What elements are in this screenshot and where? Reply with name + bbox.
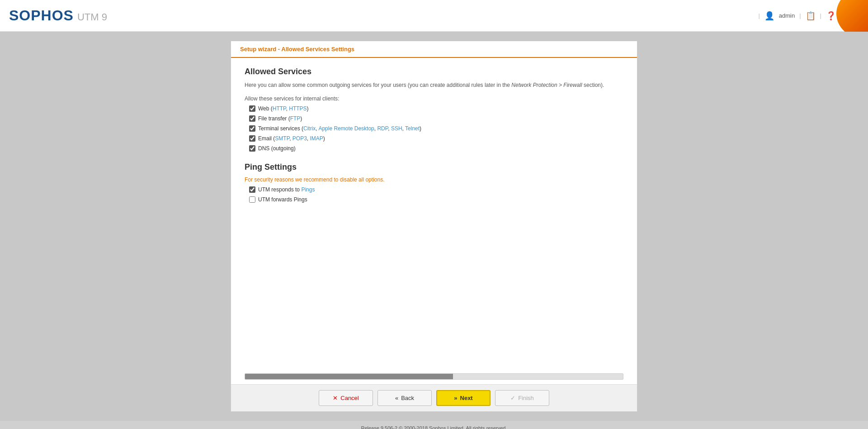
checkbox-web-label: Web (HTTP, HTTPS)	[258, 105, 309, 112]
cancel-button[interactable]: ✕ Cancel	[319, 390, 373, 406]
allowed-services-section: Allowed Services Here you can allow some…	[245, 67, 623, 152]
wizard-body: Allowed Services Here you can allow some…	[231, 58, 637, 364]
wizard-title: Setup wizard - Allowed Services Settings	[240, 46, 354, 52]
checkbox-dns: DNS (outgoing)	[249, 145, 623, 152]
desc-text-before: Here you can allow some common outgoing …	[245, 82, 511, 88]
desc-italic: Network Protection > Firewall	[511, 82, 582, 88]
product-name: UTM 9	[77, 11, 107, 23]
checkbox-terminal: Terminal services (Citrix, Apple Remote …	[249, 125, 623, 132]
checkbox-dns-input[interactable]	[249, 145, 255, 152]
logo-area: SOPHOS UTM 9	[9, 7, 107, 24]
checkbox-dns-label: DNS (outgoing)	[258, 145, 296, 152]
ping-settings-title: Ping Settings	[245, 162, 623, 172]
allowed-services-title: Allowed Services	[245, 67, 623, 76]
progress-bar-fill	[245, 374, 453, 379]
finish-icon: ✓	[510, 395, 515, 401]
copyright-text: Release 9.506-2 © 2000-2018 Sophos Limit…	[361, 425, 507, 429]
main-container: Setup wizard - Allowed Services Settings…	[0, 32, 868, 421]
checkbox-terminal-input[interactable]	[249, 125, 255, 132]
checkbox-ping-forwards: UTM forwards Pings	[249, 196, 623, 203]
checkbox-email: Email (SMTP, POP3, IMAP)	[249, 135, 623, 142]
ping-checkboxes: UTM responds to Pings UTM forwards Pings	[249, 186, 623, 203]
services-checkboxes: Web (HTTP, HTTPS) File transfer (FTP) Te…	[249, 105, 623, 152]
page-footer: Release 9.506-2 © 2000-2018 Sophos Limit…	[0, 421, 868, 429]
checkbox-web-input[interactable]	[249, 105, 255, 112]
wizard-footer: ✕ Cancel « Back » Next ✓ Finish	[231, 384, 637, 411]
user-icon: 👤	[764, 11, 774, 21]
wizard-header: Setup wizard - Allowed Services Settings	[231, 41, 637, 58]
username: admin	[779, 12, 795, 19]
services-label: Allow these services for internal client…	[245, 95, 623, 102]
checkbox-ping-responds-label: UTM responds to Pings	[258, 186, 315, 193]
next-icon: »	[454, 395, 457, 401]
help-icon[interactable]: ❓	[826, 11, 836, 21]
checkbox-ping-responds-input[interactable]	[249, 186, 255, 193]
checkbox-ftp-label: File transfer (FTP)	[258, 115, 302, 122]
content-panel: Setup wizard - Allowed Services Settings…	[231, 41, 637, 412]
checkbox-ftp-input[interactable]	[249, 115, 255, 122]
allowed-services-desc: Here you can allow some common outgoing …	[245, 81, 623, 89]
ping-warning: For security reasons we recommend to dis…	[245, 176, 623, 183]
checkbox-email-label: Email (SMTP, POP3, IMAP)	[258, 135, 325, 142]
checkbox-ftp: File transfer (FTP)	[249, 115, 623, 122]
back-button[interactable]: « Back	[377, 390, 432, 406]
checkbox-ping-forwards-input[interactable]	[249, 196, 255, 203]
checkbox-terminal-label: Terminal services (Citrix, Apple Remote …	[258, 125, 421, 132]
header: SOPHOS UTM 9 | 👤 admin | 📋 | ❓ ↻ ⚙	[0, 0, 868, 32]
finish-button: ✓ Finish	[495, 390, 549, 406]
checkbox-ping-responds: UTM responds to Pings	[249, 186, 623, 193]
back-icon: «	[395, 395, 398, 401]
clipboard-icon[interactable]: 📋	[806, 11, 816, 21]
ping-settings-section: Ping Settings For security reasons we re…	[245, 162, 623, 203]
cancel-icon: ✕	[333, 395, 338, 401]
next-button[interactable]: » Next	[436, 390, 491, 406]
sophos-logo: SOPHOS	[9, 7, 74, 24]
progress-area	[231, 364, 637, 384]
checkbox-email-input[interactable]	[249, 135, 255, 142]
desc-text-after: section).	[582, 82, 604, 88]
checkbox-web: Web (HTTP, HTTPS)	[249, 105, 623, 112]
checkbox-ping-forwards-label: UTM forwards Pings	[258, 196, 307, 203]
progress-bar-container	[245, 373, 623, 380]
